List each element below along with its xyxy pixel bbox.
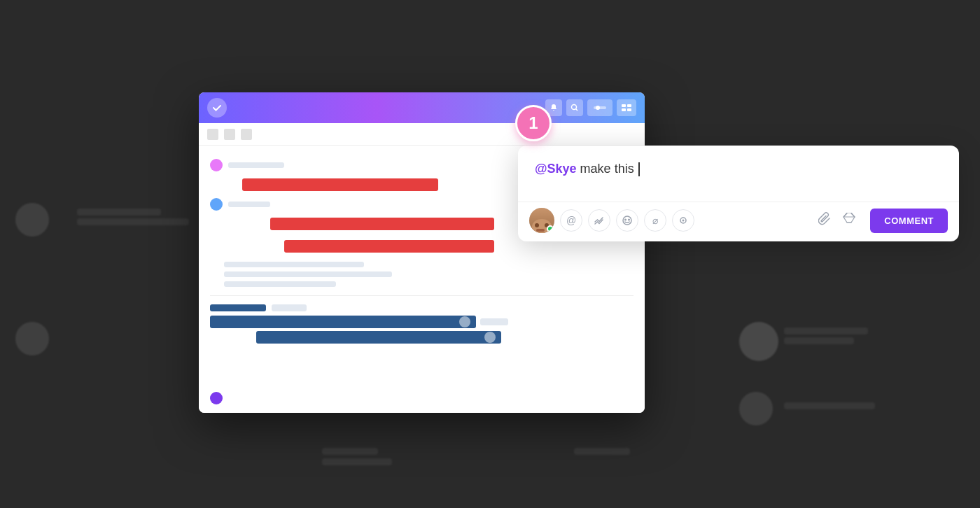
section-divider (210, 295, 634, 296)
header-right-controls (545, 99, 636, 116)
svg-rect-6 (622, 108, 626, 111)
comment-text-input[interactable]: @Skye make this (518, 146, 959, 202)
app-logo (207, 98, 227, 118)
svg-point-10 (629, 219, 630, 220)
bg-avatar-1 (15, 203, 49, 237)
svg-point-8 (623, 216, 631, 225)
svg-rect-7 (627, 108, 631, 111)
row-avatar-2 (210, 198, 223, 211)
toolbar-list-icon (224, 129, 235, 140)
attachment-icon[interactable] (818, 212, 831, 230)
bg-text-bar (784, 402, 875, 409)
comment-toolbar: @ ⌀ (518, 202, 959, 241)
at-mention-icon[interactable]: @ (560, 209, 582, 232)
comment-body-text: make this (580, 162, 638, 176)
toolbar-grid-icon (207, 129, 218, 140)
red-bar-2 (270, 218, 494, 230)
grid-icon (617, 99, 636, 116)
bg-text-bar (77, 218, 189, 225)
blue-bar-1-label (480, 318, 508, 325)
bg-avatar-3 (739, 322, 778, 361)
svg-point-3 (596, 106, 600, 110)
red-bar-1 (242, 178, 438, 191)
assign-icon[interactable] (588, 209, 610, 232)
text-cursor (638, 162, 640, 176)
bg-text-bar (322, 458, 392, 465)
blue-bar-2 (256, 331, 501, 344)
row-avatar-1 (210, 159, 223, 171)
gray-bar-1 (224, 262, 364, 267)
comment-popup[interactable]: @Skye make this @ (518, 146, 959, 241)
mention-text: @Skye (535, 162, 577, 176)
svg-rect-5 (627, 104, 631, 107)
search-icon (566, 99, 583, 116)
svg-point-9 (625, 219, 626, 220)
svg-rect-4 (622, 104, 626, 107)
online-status-dot (547, 225, 554, 232)
gray-bar-2 (224, 271, 392, 277)
user-avatar (529, 208, 554, 233)
bg-text-bar (77, 209, 161, 216)
svg-point-12 (682, 220, 685, 222)
blue-task-section (210, 304, 634, 344)
inner-app-screenshot (199, 92, 645, 413)
app-toolbar (199, 123, 645, 146)
gray-bar-3 (224, 281, 336, 287)
bg-text-bar (784, 327, 868, 334)
timer-icon (587, 99, 612, 116)
red-bar-3 (284, 240, 494, 253)
bg-text-bar (574, 448, 630, 455)
row-label (228, 162, 284, 168)
svg-line-1 (576, 109, 578, 111)
bottom-avatar (210, 392, 223, 404)
notification-badge: 1 (515, 105, 552, 141)
slash-command-icon[interactable]: ⌀ (644, 209, 666, 232)
app-header (199, 92, 645, 123)
task-section-sub (272, 304, 307, 311)
row-label-2 (228, 202, 270, 207)
task-section-label (210, 304, 266, 311)
bg-text-bar (322, 448, 378, 455)
bg-avatar-4 (739, 392, 773, 425)
svg-point-0 (572, 105, 577, 110)
bg-avatar-2 (15, 322, 49, 355)
bg-text-bar (784, 337, 854, 344)
toolbar-plus-icon (241, 129, 252, 140)
google-drive-icon[interactable] (842, 213, 856, 228)
blue-bar-1 (210, 316, 476, 328)
badge-number: 1 (528, 113, 538, 133)
record-icon[interactable] (672, 209, 694, 232)
emoji-icon[interactable] (616, 209, 638, 232)
comment-button[interactable]: COMMENT (870, 209, 948, 233)
